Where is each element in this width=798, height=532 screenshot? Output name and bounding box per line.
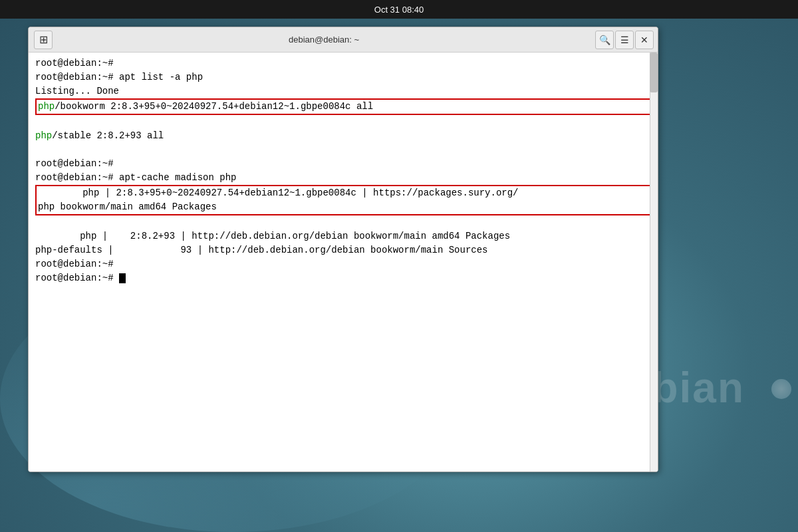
line-prompt2: root@debian:~# root@debian:~# apt-cache … [35,158,236,183]
taskbar: Oct 31 08:40 [0,0,798,19]
line-madison3: php | 2:8.2+93 | http://deb.debian.org/d… [35,231,510,241]
line-php-stable: php/stable 2:8.2+93 all [35,130,164,141]
highlighted-line-php-bookworm: php/bookworm 2:8.3+95+0~20240927.54+debi… [35,98,651,115]
menu-button[interactable]: ☰ [615,31,634,49]
close-button[interactable]: ✕ [635,31,654,49]
titlebar-buttons: 🔍 ☰ ✕ [595,31,654,49]
terminal-scrollbar[interactable] [650,53,658,471]
highlighted-madison-block: php | 2:8.3+95+0~20240927.54+debian12~1.… [35,185,651,215]
taskbar-time: Oct 31 08:40 [374,5,424,15]
search-button[interactable]: 🔍 [595,31,614,49]
decorative-circle [771,379,791,399]
terminal-window: ⊞ debian@debian: ~ 🔍 ☰ ✕ root@debian:~# … [28,27,658,472]
terminal-title: debian@debian: ~ [53,35,595,45]
terminal-output: root@debian:~# root@debian:~# apt list -… [35,57,651,285]
terminal-titlebar: ⊞ debian@debian: ~ 🔍 ☰ ✕ [29,27,658,53]
cursor [119,273,126,283]
line-madison4: php-defaults | 93 | http://deb.debian.or… [35,245,488,255]
terminal-content[interactable]: root@debian:~# root@debian:~# apt list -… [29,53,658,471]
line-1: root@debian:~# root@debian:~# apt list -… [35,58,203,96]
line-prompt3: root@debian:~# [35,259,114,269]
line-prompt4: root@debian:~# [35,273,126,283]
scrollbar-thumb[interactable] [650,53,658,92]
new-tab-button[interactable]: ⊞ [34,31,53,49]
